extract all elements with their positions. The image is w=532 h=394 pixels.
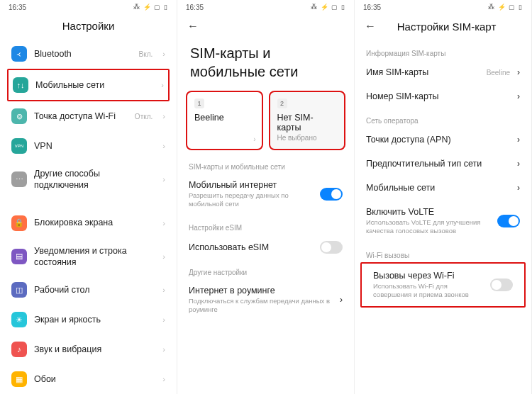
page-title: SIM-карты и мобильные сети xyxy=(177,40,354,91)
sim-card-2[interactable]: 2 Нет SIM-карты Не выбрано xyxy=(269,91,346,150)
sim-name: Нет SIM-карты xyxy=(277,113,338,133)
sim-name-row[interactable]: Имя SIM-карты Beeline › xyxy=(355,60,531,84)
settings-row[interactable]: ▤Уведомления и строка состояния› xyxy=(7,238,170,276)
chevron-right-icon: › xyxy=(162,315,165,324)
settings-row[interactable]: ⊚Точка доступа Wi-FiОткл.› xyxy=(7,101,170,131)
row-label: Рабочий стол xyxy=(34,284,155,296)
chevron-right-icon: › xyxy=(340,295,343,305)
statusbar: 16:35 ⁂ ⚡ ▢ ▯ xyxy=(355,0,531,14)
settings-row[interactable]: ᚜BluetoothВкл.› xyxy=(7,39,170,69)
settings-row[interactable]: ▦Обои› xyxy=(7,364,170,394)
☀-icon: ☀ xyxy=(11,312,27,327)
chevron-right-icon: › xyxy=(517,183,520,193)
mobile-internet-toggle[interactable] xyxy=(320,188,343,201)
sim-desc: Не выбрано xyxy=(277,134,338,142)
row-label: VPN xyxy=(34,140,155,152)
sim-name-value: Beeline xyxy=(487,69,510,77)
sim-card-1[interactable]: 1 Beeline › xyxy=(186,91,263,150)
time: 16:35 xyxy=(9,4,26,11)
statusbar: 16:35 ⁂ ⚡ ▢ ▯ xyxy=(177,0,354,14)
↑↓-icon: ↑↓ xyxy=(13,77,28,93)
chevron-right-icon: › xyxy=(161,81,164,89)
time: 16:35 xyxy=(363,4,381,11)
row-trail: Откл. xyxy=(135,113,153,120)
▤-icon: ▤ xyxy=(11,249,27,264)
chevron-right-icon: › xyxy=(162,252,165,261)
settings-row[interactable]: ⋯Другие способы подключения› xyxy=(7,161,170,198)
status-icons: ⁂ ⚡ ▢ ▯ xyxy=(311,4,345,11)
panel-sim-settings: 16:35 ⁂ ⚡ ▢ ▯ ← Настройки SIM-карт Инфор… xyxy=(355,0,532,394)
section-label: Настройки eSIM xyxy=(177,215,354,235)
header: ← xyxy=(177,14,354,40)
mobile-internet-row[interactable]: Мобильный интернет Разрешить передачу да… xyxy=(177,174,354,215)
chevron-right-icon: › xyxy=(162,286,165,294)
settings-row[interactable]: VPNVPN› xyxy=(7,131,170,161)
esim-row[interactable]: Использовать eSIM xyxy=(177,235,354,260)
sim-name: Beeline xyxy=(194,113,255,123)
settings-list-2: 🔒Блокировка экрана›▤Уведомления и строка… xyxy=(0,208,177,395)
row-label: Точка доступа Wi-Fi xyxy=(34,111,128,122)
chevron-right-icon: › xyxy=(162,50,165,58)
section-label: SIM-карты и мобильные сети xyxy=(177,154,354,174)
settings-row[interactable]: ♪Звук и вибрация› xyxy=(7,334,170,364)
settings-list-1: ᚜BluetoothВкл.›↑↓Мобильные сети›⊚Точка д… xyxy=(0,39,177,198)
section-label: Информация SIM-карты xyxy=(355,41,531,60)
᚜-icon: ᚜ xyxy=(11,46,27,62)
row-label: Уведомления и строка состояния xyxy=(34,245,155,269)
chevron-right-icon: › xyxy=(162,175,165,184)
chevron-right-icon: › xyxy=(517,67,520,77)
VPN-icon: VPN xyxy=(11,138,27,154)
chevron-right-icon: › xyxy=(253,135,255,143)
row-label: Обои xyxy=(34,373,155,385)
◫-icon: ◫ xyxy=(11,282,27,298)
settings-row[interactable]: ↑↓Мобильные сети› xyxy=(7,69,170,101)
wifi-calls-row[interactable]: Вызовы через Wi-Fi Использовать Wi-Fi дл… xyxy=(362,264,524,307)
status-icons: ⁂ ⚡ ▢ ▯ xyxy=(133,4,168,11)
chevron-right-icon: › xyxy=(162,219,165,227)
page-title: Настройки xyxy=(62,20,115,32)
section-label: Wi-Fi вызовы xyxy=(355,243,531,262)
chevron-right-icon: › xyxy=(162,112,165,120)
row-trail: Вкл. xyxy=(139,50,153,58)
settings-row[interactable]: ☀Экран и яркость› xyxy=(7,305,170,334)
panel-settings: 16:35 ⁂ ⚡ ▢ ▯ Настройки ᚜BluetoothВкл.›↑… xyxy=(0,0,177,394)
mobile-networks-row[interactable]: Мобильные сети › xyxy=(355,176,531,200)
chevron-right-icon: › xyxy=(517,91,520,101)
settings-row[interactable]: 🔒Блокировка экрана› xyxy=(7,208,170,238)
header: Настройки xyxy=(0,14,177,39)
chevron-right-icon: › xyxy=(162,345,165,354)
statusbar: 16:35 ⁂ ⚡ ▢ ▯ xyxy=(0,0,177,14)
chevron-right-icon: › xyxy=(162,375,165,383)
sim-number-row[interactable]: Номер SIM-карты › xyxy=(355,84,531,108)
row-label: Другие способы подключения xyxy=(34,168,155,191)
⋯-icon: ⋯ xyxy=(11,171,27,187)
row-label: Звук и вибрация xyxy=(34,344,155,355)
panel-sim-networks: 16:35 ⁂ ⚡ ▢ ▯ ← SIM-карты и мобильные се… xyxy=(177,0,355,394)
back-button[interactable]: ← xyxy=(187,20,200,33)
network-type-row[interactable]: Предпочтительный тип сети › xyxy=(355,152,531,176)
chevron-right-icon: › xyxy=(162,142,165,150)
row-label: Bluetooth xyxy=(34,48,132,60)
status-icons: ⁂ ⚡ ▢ ▯ xyxy=(488,4,523,11)
▦-icon: ▦ xyxy=(11,371,27,387)
wifi-calls-toggle[interactable] xyxy=(490,278,513,291)
section-label: Сеть оператора xyxy=(355,108,531,128)
sim-card-row: 1 Beeline › 2 Нет SIM-карты Не выбрано xyxy=(177,91,354,154)
apn-row[interactable]: Точки доступа (APN) › xyxy=(355,128,531,152)
⊚-icon: ⊚ xyxy=(11,108,27,124)
sim-slot-number: 1 xyxy=(194,98,204,108)
volte-toggle[interactable] xyxy=(497,215,520,227)
page-title: Настройки SIM-карт xyxy=(372,21,521,33)
volte-row[interactable]: Включить VoLTE Использовать VoLTE для ул… xyxy=(355,200,531,243)
chevron-right-icon: › xyxy=(517,135,520,145)
chevron-right-icon: › xyxy=(517,159,520,169)
row-label: Экран и яркость xyxy=(34,314,155,325)
esim-toggle[interactable] xyxy=(320,241,343,254)
section-label: Другие настройки xyxy=(177,260,354,279)
sim-slot-number: 2 xyxy=(277,98,287,108)
roaming-row[interactable]: Интернет в роуминге Подключаться к служб… xyxy=(177,279,354,321)
settings-row[interactable]: ◫Рабочий стол› xyxy=(7,275,170,305)
time: 16:35 xyxy=(186,4,204,11)
🔒-icon: 🔒 xyxy=(11,215,27,231)
♪-icon: ♪ xyxy=(11,342,27,357)
